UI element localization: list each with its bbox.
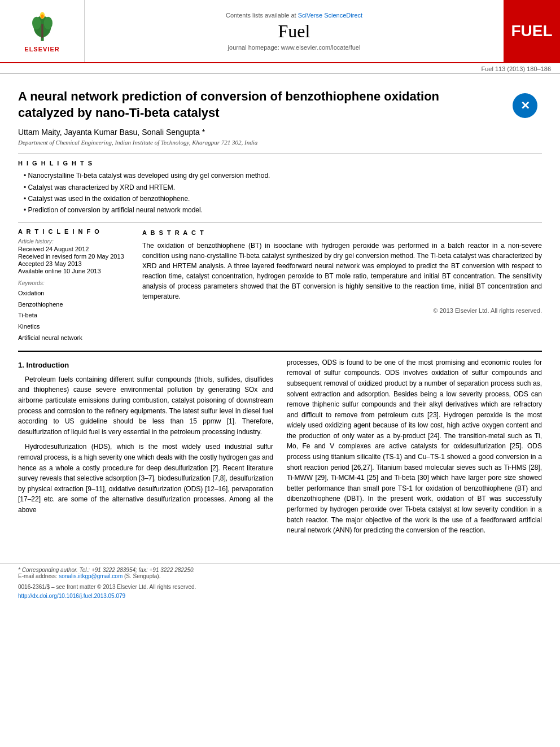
sciverse-link-anchor[interactable]: SciVerse ScienceDirect (298, 12, 362, 19)
list-item: Oxidation (18, 288, 131, 299)
abstract-text: The oxidation of benzothiophene (BT) in … (142, 241, 542, 302)
elsevier-logo: ELSEVIER (0, 0, 85, 62)
svg-rect-4 (41, 24, 43, 38)
divider-article-info (18, 222, 542, 222)
highlights-list: Nanocrystalline Ti-beta catalyst was dev… (18, 170, 542, 216)
main-content: A neural network prediction of conversio… (0, 74, 560, 552)
body-col-left: 1. Introduction Petroleum fuels containi… (18, 357, 273, 540)
highlights-section: H I G H L I G H T S Nanocrystalline Ti-b… (18, 160, 542, 216)
list-item: Benzothiophene (18, 299, 131, 311)
article-info-label: A R T I C L E I N F O (18, 228, 131, 235)
footnote-star: * Corresponding author. Tel.: +91 3222 2… (18, 567, 542, 573)
keywords-block: Keywords: Oxidation Benzothiophene Ti-be… (18, 280, 131, 344)
highlights-label: H I G H L I G H T S (18, 160, 542, 167)
footnote-email: E-mail address: sonalis.iitkgp@gmail.com… (18, 573, 542, 579)
body-divider (18, 351, 542, 352)
journal-homepage: journal homepage: www.elsevier.com/locat… (228, 44, 361, 51)
svg-point-2 (32, 17, 41, 29)
list-item: Nanocrystalline Ti-beta catalyst was dev… (24, 170, 542, 181)
date-row: Available online 10 June 2013 (18, 268, 131, 274)
body-col-right: processes, ODS is found to be one of the… (287, 357, 542, 540)
fuel-logo-box: FUEL (504, 0, 560, 62)
date-row: Received 24 August 2012 (18, 246, 131, 252)
elsevier-label: ELSEVIER (24, 46, 59, 53)
body-paragraph: Petroleum fuels containing different sul… (18, 374, 273, 438)
article-info-abstract: A R T I C L E I N F O Article history: R… (18, 228, 542, 344)
journal-center: Contents lists available at SciVerse Sci… (85, 0, 504, 62)
date-row: Accepted 23 May 2013 (18, 260, 131, 267)
article-history-label: Article history: (18, 238, 131, 244)
svg-point-3 (43, 17, 52, 29)
keywords-label: Keywords: (18, 280, 131, 286)
elsevier-tree-icon (25, 10, 59, 43)
abstract-col: A B S T R A C T The oxidation of benzoth… (142, 228, 542, 344)
footnote-bottom: 0016-2361/$ – see front matter © 2013 El… (0, 583, 560, 601)
body-paragraph: Hydrodesulfurization (HDS), which is the… (18, 442, 273, 515)
body-paragraph: processes, ODS is found to be one of the… (287, 357, 542, 536)
article-title: A neural network prediction of conversio… (18, 89, 542, 121)
affiliation: Department of Chemical Engineering, Indi… (18, 139, 542, 146)
authors: Uttam Maity, Jayanta Kumar Basu, Sonali … (18, 128, 542, 137)
divider-highlights (18, 154, 542, 154)
page-footer: * Corresponding author. Tel.: +91 3222 2… (0, 563, 560, 583)
list-item: Catalyst was used in the oxidation of be… (24, 193, 542, 204)
citation-line: Fuel 113 (2013) 180–186 (0, 63, 560, 74)
article-title-text: A neural network prediction of conversio… (18, 89, 439, 120)
list-item: Catalyst was characterized by XRD and HR… (24, 182, 542, 193)
issn-line: 0016-2361/$ – see front matter © 2013 El… (18, 583, 542, 592)
list-item: Artificial neural network (18, 333, 131, 344)
sciverse-link: Contents lists available at SciVerse Sci… (226, 12, 362, 19)
keywords-list: Oxidation Benzothiophene Ti-beta Kinetic… (18, 288, 131, 344)
date-row: Received in revised form 20 May 2013 (18, 253, 131, 260)
crossmark-icon: ✕ (513, 93, 537, 118)
crossmark-badge: ✕ (508, 89, 542, 123)
copyright-line: © 2013 Elsevier Ltd. All rights reserved… (142, 306, 542, 316)
article-history: Article history: Received 24 August 2012… (18, 238, 131, 274)
article-info-col: A R T I C L E I N F O Article history: R… (18, 228, 131, 344)
journal-header: ELSEVIER Contents lists available at Sci… (0, 0, 560, 63)
journal-title: Fuel (278, 21, 310, 42)
list-item: Kinetics (18, 321, 131, 333)
doi-link[interactable]: http://dx.doi.org/10.1016/j.fuel.2013.05… (18, 593, 125, 599)
abstract-label: A B S T R A C T (142, 228, 542, 238)
list-item: Ti-beta (18, 310, 131, 321)
list-item: Prediction of conversion by artificial n… (24, 204, 542, 216)
svg-point-6 (41, 15, 43, 19)
section-title: 1. Introduction (18, 360, 273, 371)
doi-line: http://dx.doi.org/10.1016/j.fuel.2013.05… (18, 592, 542, 601)
body-content: 1. Introduction Petroleum fuels containi… (18, 357, 542, 540)
